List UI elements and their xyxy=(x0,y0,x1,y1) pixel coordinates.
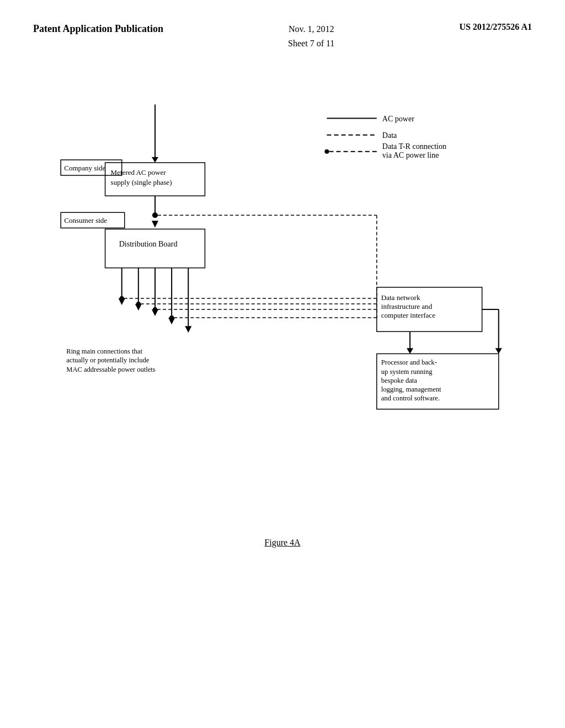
svg-text:actually or potentially includ: actually or potentially include xyxy=(66,357,150,365)
svg-text:infrastructure and: infrastructure and xyxy=(381,302,433,311)
metered-ac-box-label: Metered AC power xyxy=(111,168,167,176)
publication-date: Nov. 1, 2012 xyxy=(289,24,334,34)
figure-caption: Figure 4A xyxy=(33,538,532,548)
svg-text:MAC addressable power outlets: MAC addressable power outlets xyxy=(66,366,155,373)
diagram-area: AC power Data Data T-R connection via AC… xyxy=(33,83,532,527)
svg-marker-15 xyxy=(152,221,158,228)
svg-marker-34 xyxy=(185,326,191,333)
publication-title: Patent Application Publication xyxy=(33,22,163,36)
svg-text:computer interface: computer interface xyxy=(381,311,435,319)
ac-power-legend-label: AC power xyxy=(382,114,414,123)
data-legend-label: Data xyxy=(382,131,397,140)
ring-main-label: Ring main connections that xyxy=(66,348,142,356)
svg-point-12 xyxy=(152,212,158,218)
svg-text:supply (single phase): supply (single phase) xyxy=(111,178,172,186)
svg-marker-7 xyxy=(152,157,158,163)
svg-text:via AC power line: via AC power line xyxy=(382,151,439,159)
svg-text:bespoke data: bespoke data xyxy=(381,377,418,384)
svg-text:logging, management: logging, management xyxy=(381,386,441,393)
svg-text:and control software.: and control software. xyxy=(381,394,440,402)
svg-marker-33 xyxy=(168,318,175,324)
figure-4a-diagram: AC power Data Data T-R connection via AC… xyxy=(33,83,532,524)
svg-text:up system running: up system running xyxy=(381,368,433,376)
page-header: Patent Application Publication Nov. 1, 2… xyxy=(33,22,532,50)
svg-marker-39 xyxy=(407,349,413,354)
distribution-board-box-label: Distribution Board xyxy=(119,239,178,248)
consumer-side-box-label: Consumer side xyxy=(64,217,107,225)
svg-marker-31 xyxy=(135,304,142,311)
patent-page: Patent Application Publication Nov. 1, 2… xyxy=(0,0,565,728)
processor-box-label: Processor and back- xyxy=(381,359,437,367)
company-side-box-label: Company side xyxy=(64,164,105,172)
svg-marker-30 xyxy=(119,298,125,305)
sheet-info: Sheet 7 of 11 xyxy=(288,39,334,48)
svg-rect-16 xyxy=(105,229,205,268)
data-network-box-label: Data network xyxy=(381,293,420,302)
data-tr-legend-label: Data T-R connection xyxy=(382,142,446,151)
svg-marker-32 xyxy=(152,309,158,316)
svg-marker-42 xyxy=(495,349,502,354)
patent-number: US 2012/275526 A1 xyxy=(459,22,532,32)
header-center: Nov. 1, 2012 Sheet 7 of 11 xyxy=(288,22,334,50)
svg-point-2 xyxy=(324,149,329,154)
